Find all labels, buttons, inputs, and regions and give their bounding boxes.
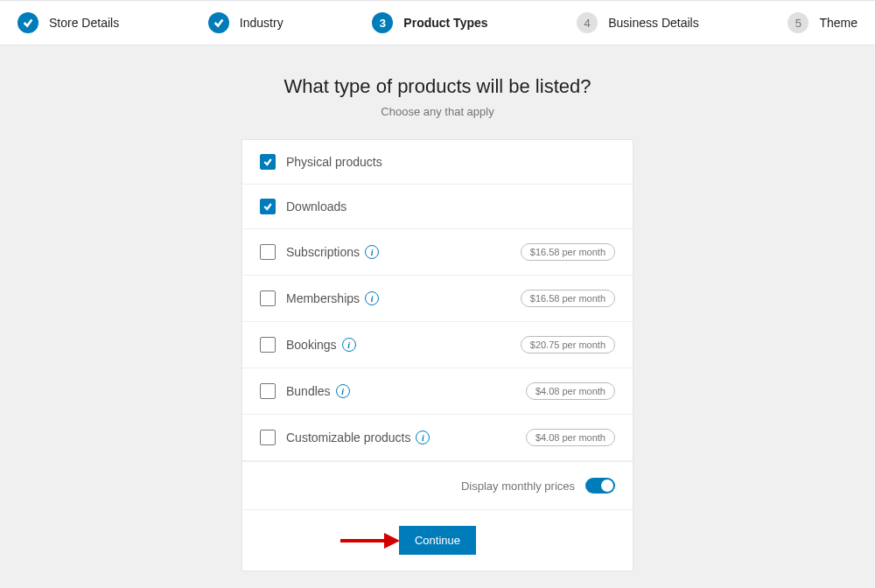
checkbox[interactable] — [260, 154, 276, 170]
product-row-bookings[interactable]: Bookings i $20.75 per month — [242, 322, 633, 368]
step-industry[interactable]: Industry — [208, 12, 284, 33]
checkbox[interactable] — [260, 244, 276, 260]
checkbox[interactable] — [260, 290, 276, 306]
step-label: Industry — [240, 16, 284, 30]
step-number-icon: 4 — [577, 12, 598, 33]
step-store-details[interactable]: Store Details — [18, 12, 119, 33]
product-label: Customizable products i — [286, 430, 515, 444]
step-label: Store Details — [49, 16, 119, 30]
checkbox[interactable] — [260, 383, 276, 399]
toggle-row: Display monthly prices — [242, 461, 633, 510]
info-icon[interactable]: i — [416, 430, 430, 444]
page-title: What type of products will be listed? — [284, 75, 592, 98]
page-body: What type of products will be listed? Ch… — [0, 46, 875, 571]
step-label: Product Types — [403, 16, 487, 30]
product-label: Bookings i — [286, 338, 510, 352]
svg-marker-1 — [384, 533, 400, 549]
checkbox[interactable] — [260, 337, 276, 353]
step-business-details[interactable]: 4 Business Details — [577, 12, 699, 33]
arrow-annotation-icon — [339, 530, 400, 551]
product-row-downloads[interactable]: Downloads — [242, 185, 633, 229]
toggle-label: Display monthly prices — [461, 480, 575, 493]
monthly-prices-toggle[interactable] — [585, 478, 615, 494]
price-badge: $16.58 per month — [521, 290, 615, 307]
product-label: Downloads — [286, 200, 615, 214]
price-badge: $16.58 per month — [521, 243, 615, 261]
step-number-icon: 3 — [372, 12, 393, 33]
checkbox[interactable] — [260, 199, 276, 214]
continue-button[interactable]: Continue — [399, 526, 476, 555]
info-icon[interactable]: i — [365, 291, 379, 305]
price-badge: $4.08 per month — [526, 382, 615, 400]
product-label: Physical products — [286, 155, 615, 169]
product-row-physical[interactable]: Physical products — [242, 140, 633, 185]
checkmark-icon — [208, 12, 229, 33]
product-label: Bundles i — [286, 384, 515, 398]
wizard-stepper: Store Details Industry 3 Product Types 4… — [0, 0, 875, 46]
step-number-icon: 5 — [788, 12, 808, 33]
info-icon[interactable]: i — [365, 245, 379, 259]
step-product-types[interactable]: 3 Product Types — [372, 12, 487, 33]
page-subtitle: Choose any that apply — [381, 105, 494, 118]
step-label: Theme — [819, 16, 858, 30]
price-badge: $20.75 per month — [521, 336, 615, 354]
product-row-customizable[interactable]: Customizable products i $4.08 per month — [242, 415, 633, 461]
product-row-memberships[interactable]: Memberships i $16.58 per month — [242, 276, 633, 322]
card-footer: Continue — [242, 510, 633, 570]
step-theme[interactable]: 5 Theme — [788, 12, 858, 33]
step-label: Business Details — [608, 16, 699, 30]
product-label: Subscriptions i — [286, 245, 510, 259]
checkbox[interactable] — [260, 430, 276, 445]
product-types-card: Physical products Downloads Subscription… — [242, 139, 634, 571]
checkmark-icon — [18, 12, 38, 33]
product-row-bundles[interactable]: Bundles i $4.08 per month — [242, 368, 633, 415]
info-icon[interactable]: i — [342, 338, 356, 352]
product-row-subscriptions[interactable]: Subscriptions i $16.58 per month — [242, 229, 633, 276]
price-badge: $4.08 per month — [526, 429, 615, 446]
product-label: Memberships i — [286, 291, 510, 305]
info-icon[interactable]: i — [336, 384, 350, 398]
